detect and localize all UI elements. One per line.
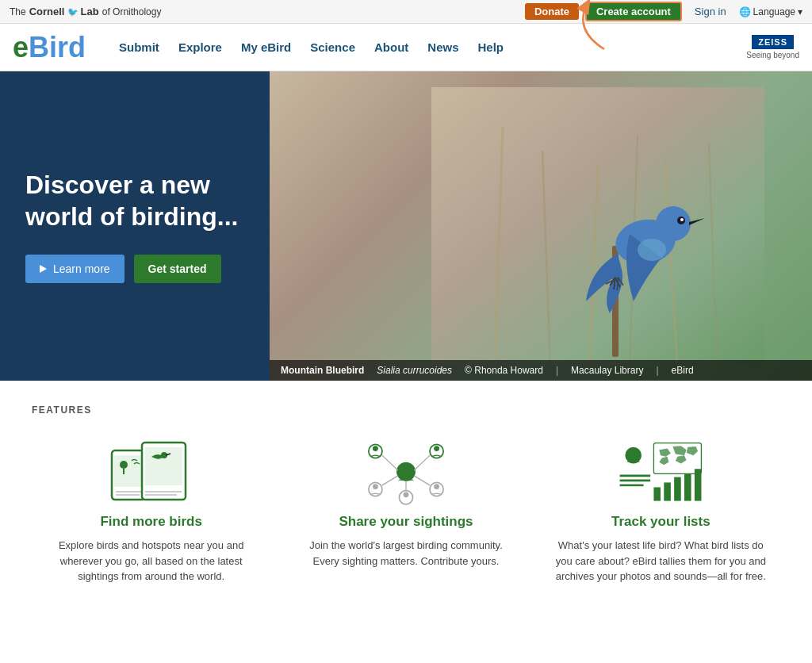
sign-in-button[interactable]: Sign in [688,3,733,20]
zeiss-tagline: Seeing beyond [746,51,799,59]
nav-about[interactable]: About [366,34,416,60]
nav-science[interactable]: Science [302,34,363,60]
globe-icon: 🌐 [739,6,751,17]
svg-point-16 [120,461,128,469]
cornell-logo: The Cornell 🐦 Lab of Ornithology [10,6,161,17]
svg-point-12 [680,218,684,221]
share-sightings-icon [358,435,454,506]
learn-more-label: Learn more [53,263,110,275]
top-bar: The Cornell 🐦 Lab of Ornithology Donate … [0,0,812,24]
learn-more-button[interactable]: Learn more [25,255,124,283]
nav-help[interactable]: Help [470,34,512,60]
hero-caption: Mountain Bluebird Sialia currucoides © R… [270,360,812,381]
nav-explore[interactable]: Explore [170,34,230,60]
ebird-logo: eBird [13,33,86,62]
svg-point-25 [402,463,410,471]
svg-rect-15 [114,455,143,487]
get-started-button[interactable]: Get started [134,255,221,283]
svg-point-10 [656,206,691,241]
caption-library: Macaulay Library [571,365,643,376]
svg-point-33 [434,484,439,489]
svg-line-39 [414,476,430,485]
hero-section: Discover a new world of birding... Learn… [0,71,812,381]
feature-share-sightings-desc: Join the world's largest birding communi… [299,538,512,569]
nav-news[interactable]: News [419,34,466,60]
play-icon [40,265,47,273]
feature-track-lists: Track your lists What's your latest life… [542,435,780,584]
bird-image [431,87,764,365]
feature-find-birds-desc: Explore birds and hotspots near you and … [44,538,258,584]
feature-track-lists-desc: What's your latest life bird? What bird … [554,538,768,584]
logo-bird: Bird [29,31,86,63]
feature-find-birds-name[interactable]: Find more birds [100,514,201,530]
svg-rect-47 [654,487,661,500]
chevron-down-icon: ▾ [798,6,802,17]
feature-find-birds: Find more birds Explore birds and hotspo… [32,435,270,584]
ornithology-label: of Ornithology [102,6,162,17]
feature-share-sightings-name[interactable]: Share your sightings [339,514,473,530]
svg-rect-48 [665,482,672,500]
top-bar-right: Donate Create account Sign in 🌐 Language… [525,2,802,21]
svg-line-38 [382,476,398,485]
logo-e: e [13,31,29,63]
language-label: Language [753,6,795,17]
hero-buttons: Learn more Get started [25,255,244,283]
svg-point-31 [373,484,378,489]
caption-credit: © Rhonda Howard [465,365,543,376]
features-grid: Find more birds Explore birds and hotspo… [32,435,780,584]
svg-rect-51 [695,469,702,500]
zeiss-logo: ZEISS Seeing beyond [746,35,799,59]
svg-rect-50 [684,473,691,500]
svg-point-13 [638,239,666,261]
create-account-button[interactable]: Create account [585,2,682,21]
cornell-name: Cornell 🐦 Lab [29,6,99,17]
svg-point-35 [404,492,409,497]
language-button[interactable]: 🌐 Language ▾ [739,6,802,17]
svg-point-27 [373,446,378,451]
find-birds-icon [104,435,199,506]
hero-image-panel: Mountain Bluebird Sialia currucoides © R… [270,71,812,381]
svg-line-36 [382,455,398,470]
nav-bar: eBird Submit Explore My eBird Science Ab… [0,24,812,71]
features-title: FEATURES [32,404,780,416]
nav-my-ebird[interactable]: My eBird [233,34,299,60]
features-section: FEATURES [0,381,812,600]
feature-share-sightings: Share your sightings Join the world's la… [286,435,525,584]
nav-left: eBird Submit Explore My eBird Science Ab… [13,33,511,62]
main-nav: Submit Explore My eBird Science About Ne… [111,34,511,60]
svg-rect-1 [431,87,764,365]
caption-ebird: eBird [672,365,694,376]
hero-text-panel: Discover a new world of birding... Learn… [0,71,270,381]
svg-point-29 [434,446,439,451]
hero-title: Discover a new world of birding... [25,169,244,232]
svg-point-42 [630,449,638,456]
cornell-the: The [10,6,26,17]
nav-submit[interactable]: Submit [111,34,167,60]
track-lists-icon [613,435,708,506]
svg-rect-49 [674,477,681,501]
caption-bird-name: Mountain Bluebird [281,365,364,376]
donate-button[interactable]: Donate [525,3,579,20]
zeiss-brand: ZEISS [752,35,794,49]
svg-line-37 [414,455,430,470]
caption-scientific: Sialia currucoides [377,365,452,376]
feature-track-lists-name[interactable]: Track your lists [611,514,710,530]
